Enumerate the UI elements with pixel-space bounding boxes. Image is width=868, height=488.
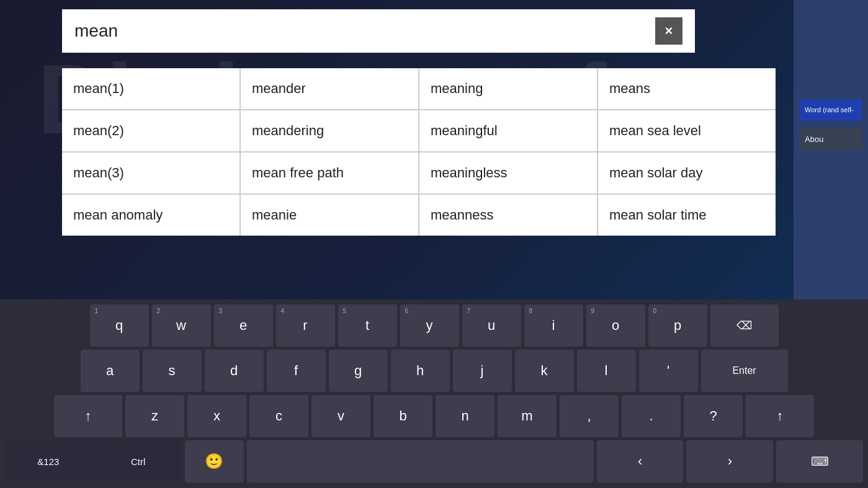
key-g[interactable]: g — [329, 350, 388, 392]
key-d[interactable]: d — [205, 350, 264, 392]
key-x[interactable]: x — [187, 395, 246, 437]
suggestion-meanness[interactable]: meanness — [419, 195, 597, 236]
keyboard-icon-key[interactable]: ⌨ — [776, 440, 863, 482]
shift-left-key[interactable]: ↑ — [54, 395, 122, 437]
suggestion-meaningful[interactable]: meaningful — [419, 110, 597, 151]
suggestion-meanie[interactable]: meanie — [241, 195, 418, 236]
suggestion-mean-free-path[interactable]: mean free path — [241, 153, 418, 193]
suggestion-mean-anomaly[interactable]: mean anomaly — [62, 195, 239, 236]
key-h[interactable]: h — [391, 350, 450, 392]
about-card[interactable]: Abou — [800, 128, 862, 150]
suggestion-mean1[interactable]: mean(1) — [62, 68, 239, 109]
suggestion-meander[interactable]: meander — [241, 68, 418, 109]
key-o[interactable]: 9o — [586, 304, 645, 347]
key-s[interactable]: s — [143, 350, 202, 392]
ctrl-key[interactable]: Ctrl — [95, 440, 182, 482]
keyboard-row-2: a s d f g h j k l ' Enter — [5, 350, 863, 392]
key-f[interactable]: f — [267, 350, 326, 392]
emoji-key[interactable]: 🙂 — [185, 440, 244, 482]
key-j[interactable]: j — [453, 350, 512, 392]
key-e[interactable]: 3e — [214, 304, 273, 347]
clear-button[interactable]: × — [655, 17, 682, 45]
key-a[interactable]: a — [81, 350, 140, 392]
suggestion-mean-sea-level[interactable]: mean sea level — [598, 110, 776, 151]
space-key[interactable] — [247, 440, 594, 482]
keyboard: 1q 2w 3e 4r 5t 6y 7u 8i 9o 0p ⌫ a s d f … — [0, 299, 868, 488]
arrow-left-key[interactable]: ‹ — [597, 440, 684, 482]
key-y[interactable]: 6y — [400, 304, 459, 347]
keyboard-row-4: &123 Ctrl 🙂 ‹ › ⌨ — [5, 440, 863, 482]
keyboard-row-1: 1q 2w 3e 4r 5t 6y 7u 8i 9o 0p ⌫ — [5, 304, 863, 347]
suggestion-mean-solar-time[interactable]: mean solar time — [598, 195, 776, 236]
amp123-key[interactable]: &123 — [5, 440, 92, 482]
key-period[interactable]: . — [622, 395, 681, 437]
suggestion-mean-solar-day[interactable]: mean solar day — [598, 153, 776, 193]
enter-key[interactable]: Enter — [701, 350, 788, 392]
keyboard-row-3: ↑ z x c v b n m , . ? ↑ — [5, 395, 863, 437]
key-p[interactable]: 0p — [648, 304, 707, 347]
key-b[interactable]: b — [374, 395, 432, 437]
shift-right-key[interactable]: ↑ — [746, 395, 814, 437]
backspace-key[interactable]: ⌫ — [710, 304, 779, 347]
key-z[interactable]: z — [125, 395, 184, 437]
suggestions-grid: mean(1) meander meaning means mean(2) me… — [62, 68, 776, 236]
key-w[interactable]: 2w — [152, 304, 211, 347]
key-n[interactable]: n — [436, 395, 494, 437]
search-input[interactable] — [74, 21, 655, 41]
key-u[interactable]: 7u — [462, 304, 521, 347]
suggestion-meaning[interactable]: meaning — [419, 68, 597, 109]
key-q[interactable]: 1q — [90, 304, 149, 347]
key-i[interactable]: 8i — [524, 304, 583, 347]
suggestion-means[interactable]: means — [598, 68, 776, 109]
key-v[interactable]: v — [311, 395, 370, 437]
suggestion-meaningless[interactable]: meaningless — [419, 153, 597, 193]
key-apostrophe[interactable]: ' — [639, 350, 698, 392]
key-m[interactable]: m — [498, 395, 557, 437]
arrow-right-key[interactable]: › — [686, 440, 773, 482]
key-k[interactable]: k — [515, 350, 574, 392]
suggestion-mean2[interactable]: mean(2) — [62, 110, 239, 151]
key-question[interactable]: ? — [684, 395, 743, 437]
suggestion-meandering[interactable]: meandering — [241, 110, 418, 151]
word-card[interactable]: Word (rand self- — [800, 99, 862, 121]
key-r[interactable]: 4r — [276, 304, 335, 347]
key-c[interactable]: c — [249, 395, 308, 437]
key-t[interactable]: 5t — [338, 304, 397, 347]
key-l[interactable]: l — [577, 350, 636, 392]
key-comma[interactable]: , — [560, 395, 619, 437]
suggestion-mean3[interactable]: mean(3) — [62, 153, 239, 193]
search-bar: × — [62, 9, 695, 53]
